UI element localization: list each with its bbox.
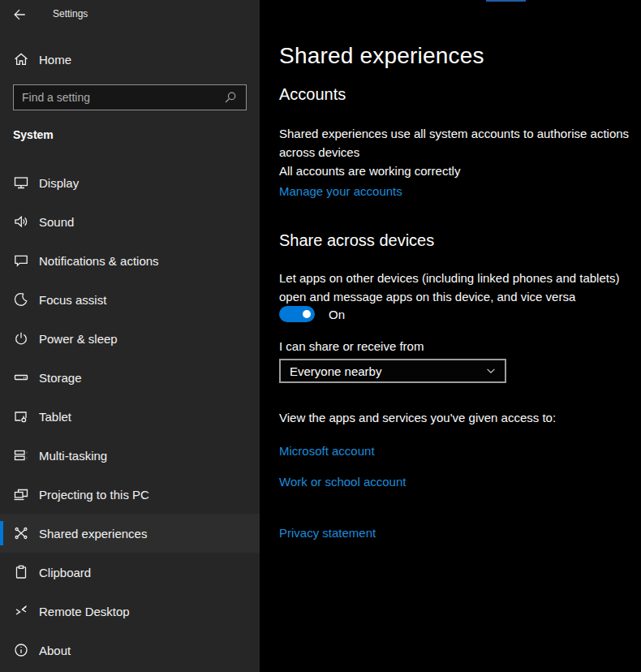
sidebar-item-label: Home — [39, 53, 71, 67]
main-content: Shared experiences Accounts Shared exper… — [260, 0, 641, 672]
sidebar-item-label: Multi-tasking — [39, 449, 107, 463]
sidebar-item-label: Clipboard — [39, 566, 91, 579]
manage-accounts-link[interactable]: Manage your accounts — [279, 184, 402, 198]
sidebar-item-multitasking[interactable]: Multi-tasking — [0, 436, 260, 475]
accounts-heading: Accounts — [279, 85, 346, 104]
sidebar-item-display[interactable]: Display — [0, 163, 260, 202]
share-from-dropdown[interactable]: Everyone nearby — [279, 359, 506, 383]
tablet-icon — [13, 408, 29, 424]
clipboard-icon — [13, 564, 29, 580]
search-icon[interactable] — [222, 88, 239, 106]
sidebar-item-label: Tablet — [39, 410, 71, 424]
toggle-state-label: On — [329, 308, 345, 321]
storage-icon — [13, 369, 29, 386]
window-title: Settings — [53, 8, 88, 19]
search-box — [13, 84, 247, 110]
access-description: View the apps and services you've given … — [279, 408, 636, 427]
sidebar-item-focus-assist[interactable]: Focus assist — [0, 280, 260, 319]
page-title: Shared experiences — [279, 43, 484, 69]
sound-icon — [13, 213, 29, 230]
notifications-icon — [13, 252, 29, 269]
sidebar-item-home[interactable]: Home — [0, 43, 260, 75]
sidebar-item-label: Focus assist — [39, 293, 106, 307]
toggle-knob — [303, 310, 311, 318]
sidebar-item-label: Remote Desktop — [39, 605, 130, 618]
sidebar-item-remote-desktop[interactable]: Remote Desktop — [0, 592, 260, 631]
share-toggle-row: On — [279, 306, 345, 322]
sidebar-item-label: Display — [39, 176, 79, 190]
privacy-statement-link[interactable]: Privacy statement — [279, 526, 376, 540]
back-button[interactable] — [11, 6, 28, 24]
work-school-account-link[interactable]: Work or school account — [279, 475, 406, 489]
sidebar-item-label: Notifications & actions — [39, 254, 159, 268]
accounts-status: All accounts are working correctly — [279, 162, 636, 180]
focus-assist-icon — [13, 291, 29, 308]
sidebar-item-tablet[interactable]: Tablet — [0, 397, 260, 436]
sidebar-item-label: Storage — [39, 371, 82, 385]
home-icon — [13, 51, 29, 67]
search-input[interactable] — [14, 91, 222, 104]
chevron-down-icon — [485, 365, 497, 377]
sidebar-item-notifications[interactable]: Notifications & actions — [0, 241, 260, 280]
sidebar-item-sound[interactable]: Sound — [0, 202, 260, 241]
sidebar-item-shared-experiences[interactable]: Shared experiences — [0, 514, 260, 553]
sidebar-item-power[interactable]: Power & sleep — [0, 319, 260, 358]
sidebar-item-label: About — [39, 644, 71, 657]
microsoft-account-link[interactable]: Microsoft account — [279, 444, 375, 458]
power-icon — [13, 330, 29, 347]
multitasking-icon — [13, 447, 29, 463]
share-toggle[interactable] — [279, 306, 315, 322]
sidebar-item-label: Projecting to this PC — [39, 488, 149, 502]
sidebar-item-label: Sound — [39, 215, 74, 229]
projecting-icon — [13, 486, 29, 502]
sidebar-nav: DisplaySoundNotifications & actionsFocus… — [0, 163, 260, 670]
remote-desktop-icon — [13, 603, 29, 619]
share-description: Let apps on other devices (including lin… — [279, 269, 636, 306]
settings-sidebar: Settings Home System DisplaySoundNotific… — [0, 0, 260, 672]
sidebar-item-about[interactable]: About — [0, 631, 260, 670]
accounts-description: Shared experiences use all system accoun… — [279, 124, 636, 162]
shared-experiences-icon — [13, 525, 29, 541]
back-arrow-icon — [12, 7, 27, 22]
dropdown-selected-value: Everyone nearby — [290, 364, 485, 378]
display-icon — [13, 174, 29, 191]
sidebar-item-clipboard[interactable]: Clipboard — [0, 553, 260, 592]
sidebar-item-label: Power & sleep — [39, 332, 118, 346]
sidebar-section-title: System — [13, 128, 54, 141]
sidebar-item-storage[interactable]: Storage — [0, 358, 260, 397]
sidebar-item-projecting[interactable]: Projecting to this PC — [0, 475, 260, 514]
sidebar-item-label: Shared experiences — [39, 527, 147, 541]
about-icon — [13, 642, 29, 658]
share-across-devices-heading: Share across devices — [279, 231, 434, 250]
share-from-label: I can share or receive from — [279, 337, 636, 355]
top-accent-line — [486, 0, 526, 2]
